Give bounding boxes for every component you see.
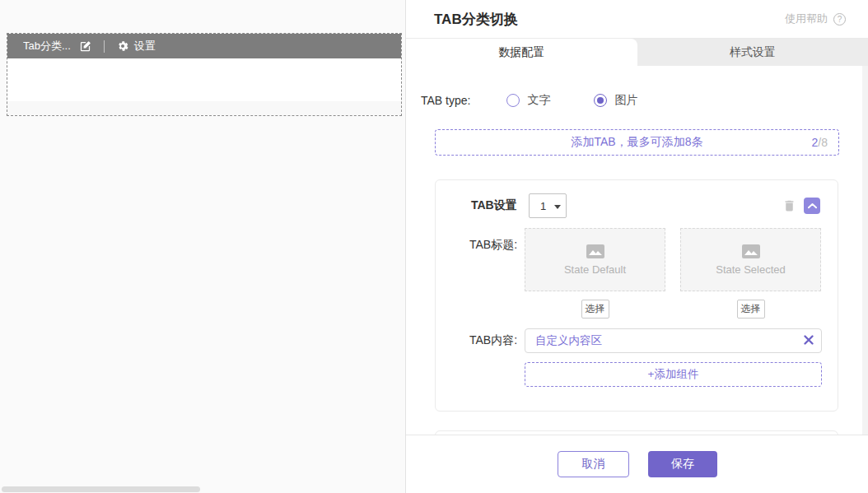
config-panel: TAB分类切换 使用帮助 ? 数据配置 样式设置 TAB type: 文字 图片… — [405, 0, 868, 493]
caret-down-icon — [554, 205, 561, 209]
content-input-wrap — [525, 328, 822, 353]
tab-content-row: TAB内容: — [436, 328, 838, 353]
tab-settings-card: TAB设置 1 TAB标题: — [435, 179, 838, 412]
tab-title-label: TAB标题: — [469, 228, 525, 319]
pick-selected-button[interactable]: 选择 — [737, 300, 765, 319]
radio-image-label[interactable]: 图片 — [614, 93, 637, 108]
horizontal-scrollbar-thumb[interactable] — [2, 486, 200, 492]
tab-title-row: TAB标题: State Default 选择 — [436, 228, 838, 319]
pick-default-button[interactable]: 选择 — [581, 300, 609, 319]
edit-icon[interactable] — [79, 40, 91, 53]
component-body — [7, 58, 401, 101]
upload-selected-dropzone[interactable]: State Selected — [680, 228, 821, 291]
gear-icon[interactable] — [117, 40, 128, 52]
card-header: TAB设置 1 — [471, 193, 820, 218]
header-divider — [104, 40, 105, 53]
panel-header: TAB分类切换 使用帮助 ? — [406, 0, 868, 39]
tab-data-config[interactable]: 数据配置 — [406, 39, 637, 66]
panel-footer: 取消 保存 — [406, 435, 868, 493]
tab-style-settings[interactable]: 样式设置 — [637, 39, 868, 66]
close-icon[interactable] — [803, 334, 814, 346]
upload-selected-placeholder: State Selected — [716, 263, 786, 276]
vertical-scrollbar-track[interactable] — [862, 66, 868, 435]
radio-option-image[interactable]: 图片 — [594, 93, 637, 108]
component-title: Tab分类... — [23, 39, 71, 53]
upload-default-col: State Default 选择 — [525, 228, 665, 319]
card-title: TAB设置 — [471, 198, 517, 213]
tab-index-dropdown[interactable]: 1 — [529, 193, 567, 218]
panel-title: TAB分类切换 — [434, 10, 518, 29]
add-tab-button[interactable]: 添加TAB，最多可添加8条 2/8 — [435, 129, 839, 156]
radio-selected-icon[interactable] — [594, 94, 607, 107]
radio-unselected-icon[interactable] — [506, 94, 520, 107]
save-button[interactable]: 保存 — [648, 451, 717, 477]
upload-default-dropzone[interactable]: State Default — [525, 228, 665, 291]
editor-canvas: Tab分类... 设置 — [0, 0, 405, 493]
radio-text-label[interactable]: 文字 — [527, 93, 550, 108]
tab-count-max: /8 — [818, 136, 828, 149]
tab-type-row: TAB type: 文字 图片 — [421, 93, 637, 108]
tab-content-input[interactable] — [525, 328, 822, 353]
upload-group: State Default 选择 State Selected 选择 — [525, 228, 821, 319]
tab-content-label: TAB内容: — [469, 333, 525, 348]
component-settings-button[interactable]: 设置 — [134, 39, 156, 53]
help-icon[interactable]: ? — [833, 13, 846, 26]
help-link[interactable]: 使用帮助 ? — [785, 12, 846, 26]
tab-type-label: TAB type: — [421, 94, 470, 107]
image-icon — [586, 244, 605, 259]
add-tab-label: 添加TAB，最多可添加8条 — [572, 135, 703, 150]
panel-tabbar: 数据配置 样式设置 — [406, 39, 868, 66]
component-header: Tab分类... 设置 — [7, 34, 401, 58]
cancel-button[interactable]: 取消 — [558, 451, 629, 477]
upload-default-placeholder: State Default — [564, 263, 626, 276]
chevron-up-icon — [808, 202, 817, 209]
tab-count-badge: 2/8 — [812, 136, 828, 149]
panel-content: TAB type: 文字 图片 添加TAB，最多可添加8条 2/8 TAB设置 … — [406, 66, 868, 435]
image-icon — [741, 244, 761, 259]
collapse-card-button[interactable] — [804, 198, 820, 214]
tab-component-widget[interactable]: Tab分类... 设置 — [7, 33, 402, 116]
component-footer-strip — [7, 101, 401, 115]
upload-selected-col: State Selected 选择 — [680, 228, 821, 319]
tab-index-value: 1 — [540, 200, 546, 212]
radio-option-text[interactable]: 文字 — [506, 93, 550, 108]
trash-icon[interactable] — [782, 198, 796, 213]
help-label[interactable]: 使用帮助 — [785, 12, 828, 26]
add-component-button[interactable]: +添加组件 — [525, 362, 822, 387]
